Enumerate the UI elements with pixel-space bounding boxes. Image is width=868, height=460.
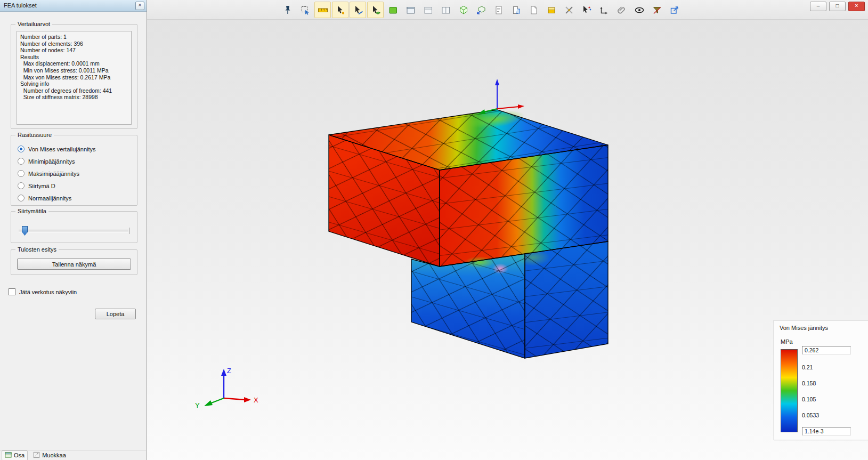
legend-tick-label: 0.105: [802, 396, 816, 402]
group-label: Vertailuarvot: [15, 21, 52, 27]
legend-colorbar: [781, 349, 798, 432]
y-axis-label: Y: [195, 401, 200, 409]
radio-label: Minimipääjännitys: [28, 158, 75, 165]
legend-unit: MPa: [781, 338, 793, 345]
layers-icon[interactable]: [543, 2, 559, 18]
view-orient-icon[interactable]: [473, 2, 489, 18]
group-tulosten-esitys: Tulosten esitys Tallenna näkymä: [11, 249, 137, 275]
group-vertailuarvot: Vertailuarvot Number of parts: 1Number o…: [11, 24, 137, 129]
panel-close-icon[interactable]: ×: [135, 2, 144, 10]
fea-stat-line: Min von Mises stress: 0.0011 MPa: [20, 67, 128, 74]
group-label: Tulosten esitys: [15, 246, 59, 253]
muokkaa-icon: [33, 451, 40, 459]
fea-stat-line: Max displacement: 0.0001 mm: [20, 60, 128, 67]
fea-stat-line: Number of parts: 1: [20, 34, 128, 41]
panel-title: FEA tulokset: [4, 2, 37, 9]
fea-results-panel: FEA tulokset × Vertailuarvot Number of p…: [0, 0, 147, 460]
stress-option-row[interactable]: Siirtymä D: [11, 180, 137, 192]
panel-titlebar[interactable]: FEA tulokset ×: [0, 0, 147, 12]
legend-max-field[interactable]: 0.262: [802, 346, 851, 354]
slider-end-tick: [129, 228, 129, 234]
slider-thumb[interactable]: [22, 226, 28, 236]
keep-mesh-checkbox[interactable]: [9, 288, 15, 295]
fea-model[interactable]: [329, 107, 608, 358]
group-label: Siirtymätila: [15, 208, 48, 214]
trim-icon[interactable]: [561, 2, 577, 18]
legend-tick-label: 0.0533: [802, 412, 819, 418]
group-label: Rasitussuure: [15, 132, 54, 138]
zoom-select-icon[interactable]: [297, 2, 313, 18]
fea-stat-line: Number of elements: 396: [20, 41, 128, 47]
view-pane1-icon[interactable]: [402, 2, 419, 18]
stress-option-row[interactable]: Normaalijännitys: [11, 192, 137, 204]
ruler-icon[interactable]: [314, 2, 331, 18]
panel-tab-label: Osa: [14, 452, 25, 458]
pin-icon[interactable]: [279, 2, 296, 18]
snap-face-icon[interactable]: [367, 2, 384, 18]
stress-option-row[interactable]: Minimipääjännitys: [11, 155, 137, 167]
view-shaded-icon[interactable]: [385, 2, 401, 18]
keep-mesh-checkbox-row[interactable]: Jätä verkotus näkyviin: [9, 288, 77, 295]
world-axes-triad: Z X Y: [195, 367, 258, 409]
radio-button[interactable]: [18, 182, 25, 189]
view-iso-icon[interactable]: [455, 2, 472, 18]
keep-mesh-label: Jätä verkotus näkyviin: [19, 289, 77, 295]
radio-button[interactable]: [18, 146, 25, 152]
legend-tick-label: 0.158: [802, 380, 816, 386]
legend-title: Von Mises jännitys: [780, 325, 828, 331]
fea-stat-line: Max von Mises stress: 0.2617 MPa: [20, 74, 128, 81]
snap-edge-icon[interactable]: [350, 2, 366, 18]
top-toolbar-strip: – □ ×: [147, 0, 868, 20]
legend-min-field[interactable]: 1.14e-3: [802, 427, 851, 435]
clipboard-icon[interactable]: [508, 2, 524, 18]
group-rasitussuure: Rasitussuure Von Mises vertailujännitysM…: [11, 135, 137, 206]
fea-stat-line: Solving info: [20, 80, 128, 87]
fea-stat-line: Size of stiffness matrix: 28998: [20, 94, 128, 101]
stress-options: Von Mises vertailujännitysMinimipääjänni…: [11, 135, 137, 204]
window-controls: – □ ×: [810, 2, 865, 11]
radio-button[interactable]: [18, 170, 25, 177]
radio-label: Siirtymä D: [28, 183, 55, 189]
radio-label: Maksimipääjännitys: [28, 171, 79, 177]
dimension-icon[interactable]: [596, 2, 612, 18]
fea-stats-box: Number of parts: 1Number of elements: 39…: [17, 31, 132, 125]
panel-tab-osa[interactable]: Osa: [2, 450, 28, 460]
osa-icon: [5, 451, 12, 459]
maximize-button[interactable]: □: [829, 2, 846, 11]
save-view-button[interactable]: Tallenna näkymä: [17, 259, 131, 270]
quit-button[interactable]: Lopeta: [95, 309, 136, 319]
fea-stat-line: Results: [20, 54, 128, 61]
radio-button[interactable]: [18, 195, 25, 201]
stress-option-row[interactable]: Von Mises vertailujännitys: [11, 143, 137, 155]
x-axis-label: X: [254, 396, 258, 404]
filter-icon[interactable]: [648, 2, 665, 18]
toolbar: [279, 2, 683, 18]
view-pane3-icon[interactable]: [437, 2, 454, 18]
origin-triad: [478, 79, 524, 114]
z-axis-label: Z: [227, 367, 231, 375]
sketch-icon[interactable]: [525, 2, 542, 18]
attach-icon[interactable]: [613, 2, 630, 18]
view-pane2-icon[interactable]: [420, 2, 436, 18]
visibility-icon[interactable]: [631, 2, 647, 18]
fea-stat-line: Number of degrees of freedom: 441: [20, 87, 128, 94]
fea-stat-line: Number of nodes: 147: [20, 47, 128, 54]
stress-legend: Von Mises jännitys MPa 0.2620.210.1580.1…: [774, 320, 868, 440]
panel-tab-label: Muokkaa: [42, 452, 66, 458]
panel-tab-muokkaa[interactable]: Muokkaa: [30, 450, 69, 460]
legend-tick-label: 0.21: [802, 364, 813, 370]
close-button[interactable]: ×: [848, 2, 865, 11]
minimize-button[interactable]: –: [810, 2, 826, 11]
panel-bottom-tabs: OsaMuokkaa: [0, 450, 146, 460]
app-window: Z X Y – □ × Von Mises jännitys MPa 0.262…: [0, 0, 868, 460]
notes-icon[interactable]: [490, 2, 507, 18]
export-icon[interactable]: [666, 2, 683, 18]
snap-point-icon[interactable]: [332, 2, 348, 18]
group-siirtymatila: Siirtymätila: [11, 211, 137, 243]
radio-label: Von Mises vertailujännitys: [28, 146, 96, 152]
displacement-slider[interactable]: [19, 230, 128, 232]
pick-special-icon[interactable]: [578, 2, 595, 18]
radio-button[interactable]: [18, 158, 25, 165]
stress-option-row[interactable]: Maksimipääjännitys: [11, 167, 137, 180]
radio-label: Normaalijännitys: [28, 195, 71, 201]
